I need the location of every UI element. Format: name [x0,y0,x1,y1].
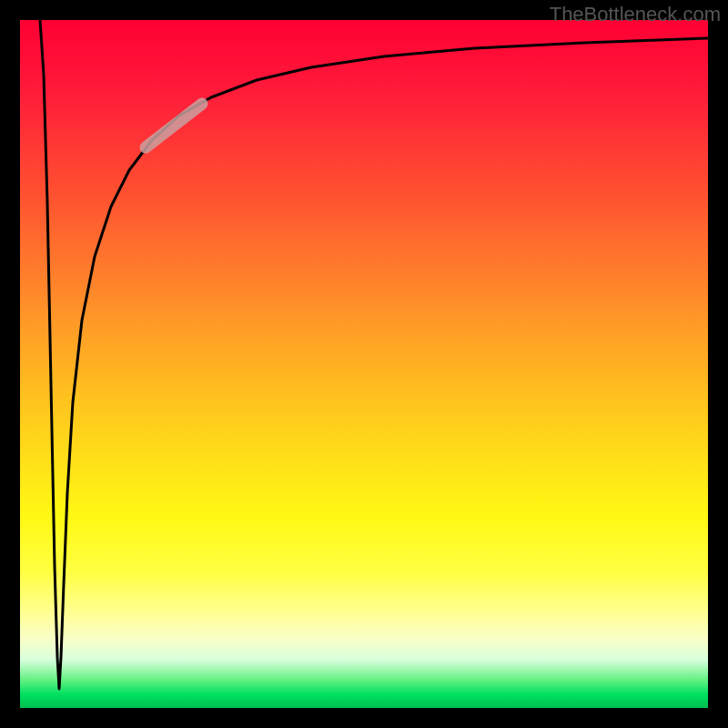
curve-svg [20,20,708,708]
watermark-text: TheBottleneck.com [550,3,721,26]
bottleneck-curve-path [40,20,708,689]
plot-area [20,20,708,708]
highlight-segment [146,104,202,147]
